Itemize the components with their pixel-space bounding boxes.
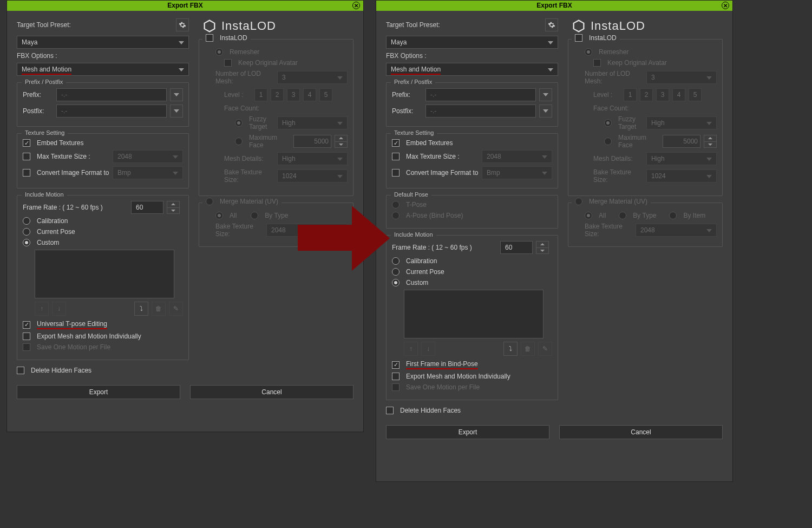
postfix-input[interactable]: -.- bbox=[56, 105, 167, 118]
prefix-input[interactable]: -.- bbox=[425, 88, 536, 101]
frame-rate-input[interactable]: 60 bbox=[500, 241, 533, 254]
title-bar: Export FBX ✕ bbox=[376, 1, 732, 11]
level-buttons: 1 2 3 4 5 bbox=[624, 88, 702, 101]
delete-hidden-checkbox[interactable] bbox=[386, 407, 394, 414]
brand-logo: InstaLOD bbox=[571, 18, 723, 34]
level-4: 4 bbox=[303, 88, 316, 101]
postfix-drop-button[interactable] bbox=[170, 105, 183, 118]
merge-all-radio bbox=[585, 212, 592, 219]
gear-icon[interactable] bbox=[545, 18, 558, 31]
fuzzy-label: Fuzzy Target bbox=[249, 115, 274, 131]
export-dialog-after: Export FBX ✕ Target Tool Preset: Maya FB… bbox=[376, 0, 733, 482]
instalod-checkbox[interactable] bbox=[575, 34, 582, 42]
merge-bytype-label: By Type bbox=[265, 212, 288, 219]
export-individually-checkbox[interactable] bbox=[23, 333, 30, 340]
delete-hidden-label: Delete Hidden Faces bbox=[400, 407, 461, 414]
level-1: 1 bbox=[624, 88, 637, 101]
postfix-input[interactable]: -.- bbox=[425, 105, 536, 118]
move-down-icon: ↓ bbox=[52, 302, 66, 316]
frame-rate-input[interactable]: 60 bbox=[131, 201, 163, 214]
fbx-options-select[interactable]: Mesh and Motion bbox=[17, 63, 189, 76]
texture-setting-legend: Texture Setting bbox=[22, 129, 68, 136]
target-preset-select[interactable]: Maya bbox=[386, 36, 558, 49]
prefix-drop-button[interactable] bbox=[170, 88, 183, 101]
current-pose-radio[interactable] bbox=[392, 268, 400, 276]
remesher-label: Remesher bbox=[230, 48, 259, 56]
export-button[interactable]: Export bbox=[386, 425, 549, 439]
target-preset-select[interactable]: Maya bbox=[17, 36, 189, 49]
postfix-drop-button[interactable] bbox=[539, 105, 552, 118]
delete-icon: 🗑 bbox=[521, 342, 535, 356]
maxface-label: Maximum Face bbox=[618, 134, 659, 149]
keep-avatar-label: Keep Original Avatar bbox=[607, 59, 667, 67]
merge-byitem-label: By Item bbox=[683, 212, 705, 219]
edit-icon: ✎ bbox=[169, 302, 183, 316]
max-texture-checkbox[interactable] bbox=[392, 153, 400, 160]
calibration-label: Calibration bbox=[37, 217, 68, 225]
tpose-label: T-Pose bbox=[406, 201, 427, 208]
maxface-spin bbox=[704, 135, 717, 148]
save-one-label: Save One Motion per File bbox=[37, 343, 110, 351]
convert-format-checkbox[interactable] bbox=[23, 169, 30, 177]
maxface-radio bbox=[604, 138, 612, 145]
close-icon[interactable]: ✕ bbox=[352, 2, 360, 9]
convert-format-checkbox[interactable] bbox=[392, 169, 400, 177]
level-1: 1 bbox=[254, 88, 267, 101]
utpose-checkbox[interactable] bbox=[23, 321, 30, 329]
maxface-input: 5000 bbox=[293, 135, 331, 148]
export-button[interactable]: Export bbox=[17, 385, 180, 399]
add-folder-icon[interactable]: ⤵ bbox=[134, 302, 148, 316]
convert-format-select: Bmp bbox=[113, 166, 183, 179]
export-individually-checkbox[interactable] bbox=[392, 373, 400, 380]
calibration-label: Calibration bbox=[406, 257, 437, 265]
custom-radio[interactable] bbox=[392, 279, 400, 286]
fuzzy-radio bbox=[235, 119, 243, 127]
max-texture-checkbox[interactable] bbox=[23, 153, 30, 160]
calibration-radio[interactable] bbox=[23, 217, 30, 225]
maxface-spin bbox=[335, 135, 348, 148]
instalod-checkbox[interactable] bbox=[206, 34, 213, 42]
current-pose-radio[interactable] bbox=[23, 228, 30, 236]
calibration-radio[interactable] bbox=[392, 257, 400, 265]
first-frame-checkbox[interactable] bbox=[392, 361, 400, 369]
export-individually-label: Export Mesh and Motion Individually bbox=[37, 333, 141, 340]
custom-radio[interactable] bbox=[23, 239, 30, 246]
frame-rate-spinner[interactable] bbox=[167, 201, 180, 214]
utpose-label: Universal T-pose Editing bbox=[37, 320, 107, 329]
custom-list[interactable] bbox=[404, 290, 543, 338]
frame-rate-label: Frame Rate : ( 12 ~ 60 fps ) bbox=[23, 204, 128, 211]
cancel-button[interactable]: Cancel bbox=[559, 425, 723, 439]
bake-tex-select: 1024 bbox=[277, 170, 348, 182]
add-folder-icon[interactable]: ⤵ bbox=[503, 342, 518, 356]
keep-avatar-checkbox bbox=[593, 59, 601, 67]
embed-textures-checkbox[interactable] bbox=[23, 139, 30, 147]
merge-radio bbox=[575, 198, 582, 205]
custom-list[interactable] bbox=[35, 250, 174, 298]
close-icon[interactable]: ✕ bbox=[722, 2, 729, 9]
embed-textures-checkbox[interactable] bbox=[392, 139, 400, 147]
edit-icon: ✎ bbox=[538, 342, 552, 356]
instalod-label: InstaLOD bbox=[220, 34, 247, 42]
fbx-options-value: Mesh and Motion bbox=[22, 66, 71, 75]
window-title: Export FBX bbox=[536, 2, 572, 9]
fbx-options-select[interactable]: Mesh and Motion bbox=[386, 63, 558, 76]
gear-icon[interactable] bbox=[176, 18, 189, 31]
mesh-details-select: High bbox=[646, 152, 717, 165]
fbx-options-value: Mesh and Motion bbox=[391, 66, 441, 75]
save-one-checkbox bbox=[23, 343, 30, 351]
cancel-button[interactable]: Cancel bbox=[190, 385, 353, 399]
max-texture-select: 2048 bbox=[113, 150, 183, 163]
maxface-input: 5000 bbox=[663, 135, 700, 148]
keep-avatar-label: Keep Original Avatar bbox=[238, 59, 298, 67]
num-lod-select: 3 bbox=[646, 71, 717, 84]
delete-hidden-checkbox[interactable] bbox=[17, 367, 24, 374]
prefix-drop-button[interactable] bbox=[539, 88, 552, 101]
prefix-input[interactable]: -.- bbox=[56, 88, 167, 101]
postfix-label: Postfix: bbox=[392, 107, 422, 115]
frame-rate-spinner[interactable] bbox=[536, 241, 549, 254]
tpose-radio bbox=[392, 201, 400, 208]
merge-radio bbox=[206, 198, 213, 205]
merge-bake-select: 2048 bbox=[266, 224, 348, 237]
prefix-postfix-legend: Prefix / Postfix bbox=[391, 79, 435, 85]
merge-all-label: All bbox=[599, 212, 606, 219]
